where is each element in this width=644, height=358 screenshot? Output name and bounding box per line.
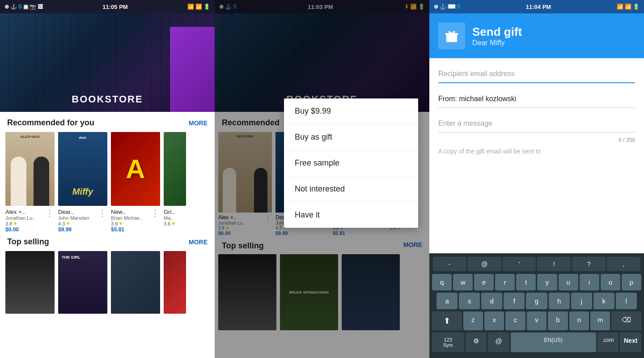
key-k[interactable]: k <box>593 293 614 309</box>
key-e[interactable]: e <box>474 274 494 290</box>
recommended-section-header-left: Recommended for you MORE <box>0 112 215 132</box>
bottom-book-1-left[interactable] <box>5 251 55 314</box>
gift-icon <box>443 27 461 45</box>
dropdown-item-not-interested[interactable]: Not interested <box>284 176 418 202</box>
key-b[interactable]: b <box>548 311 568 330</box>
key-d[interactable]: d <box>481 293 502 309</box>
send-gift-header: Send gift Dear Miffy <box>429 13 644 58</box>
dropdown-item-free-sample[interactable]: Free sample <box>284 150 418 176</box>
status-time-left: 11:05 PM <box>43 4 187 10</box>
left-panel: ⊕ ⚓ S ▣ 📷 🖼 11:05 PM 📶 📶 🔋 BOOKSTORE Rec… <box>0 0 215 358</box>
key-c[interactable]: c <box>505 311 525 330</box>
key-v[interactable]: v <box>527 311 547 330</box>
key-apostrophe[interactable]: ' <box>503 257 536 271</box>
book-menu-miffy-left[interactable]: ⋮ <box>97 209 107 218</box>
key-settings[interactable]: ⚙ <box>466 332 487 352</box>
book-cover-alex-left: ALEX+ADA <box>5 132 55 206</box>
recommended-more-left[interactable]: MORE <box>189 119 208 127</box>
key-question[interactable]: ? <box>572 257 606 271</box>
from-value: From: michael kozlowski <box>438 92 635 106</box>
send-gift-subtitle: Dear Miffy <box>472 39 522 47</box>
book-menu-alex-left[interactable]: ⋮ <box>45 209 55 218</box>
key-y[interactable]: y <box>537 274 557 290</box>
key-r[interactable]: r <box>495 274 515 290</box>
key-t[interactable]: t <box>516 274 536 290</box>
message-placeholder: Enter a message <box>438 117 635 130</box>
key-m[interactable]: m <box>590 311 610 330</box>
book-item-partial-left[interactable]: Gri.. Ma.. 3.6★ <box>164 132 186 233</box>
key-h[interactable]: h <box>549 293 570 309</box>
screenshot-icon: 📷 <box>30 4 36 10</box>
book-price-alex-left: $0.00 <box>5 226 45 233</box>
wifi-icon-right: 📶 <box>617 4 623 10</box>
gift-form: Recipient email address From: michael ko… <box>429 58 644 253</box>
key-at-bottom[interactable]: @ <box>488 332 509 352</box>
key-language[interactable]: EN(US) <box>511 332 596 352</box>
book-author-avengers-left: Brian Michae.. <box>111 215 149 221</box>
book-item-alex-left[interactable]: ALEX+ADA Alex +.. Jonathan Lu.. 3.8★ $0.… <box>5 132 55 233</box>
book-item-miffy-left[interactable]: Miffy dear Dear.. John Marsden 4.3★ $9.9… <box>58 132 107 233</box>
bottom-book-2-left[interactable]: THE GIRL <box>58 251 107 314</box>
keyboard-icon-right: ⌨ <box>448 4 455 10</box>
key-u[interactable]: u <box>559 274 578 290</box>
top-selling-title-left: Top selling <box>7 237 49 247</box>
key-x[interactable]: x <box>484 311 504 330</box>
usb-icon-right: ⚓ <box>440 4 446 10</box>
right-panel: ⊕ ⚓ ⌨ S 11:04 PM 📶 📶 🔋 Send gift Dear Mi… <box>429 0 644 358</box>
key-exclaim[interactable]: ! <box>537 257 571 271</box>
key-q[interactable]: q <box>432 274 452 290</box>
char-count: 0 / 200 <box>438 137 635 143</box>
book-rating-partial-left: 3.6★ <box>164 221 186 226</box>
add-icon-right: ⊕ <box>434 4 438 10</box>
wifi-icon: 📶 <box>187 4 194 10</box>
recipient-email-field[interactable]: Recipient email address <box>438 67 635 83</box>
bottom-books-left: THE GIRL <box>0 251 215 314</box>
top-selling-more-left[interactable]: MORE <box>189 239 208 246</box>
key-w[interactable]: w <box>453 274 473 290</box>
dropdown-item-buy-gift[interactable]: Buy as gift <box>284 124 418 150</box>
right-status-icons-right: 📶 📶 🔋 <box>617 4 640 10</box>
add-icon: ⊕ <box>4 4 9 10</box>
key-n[interactable]: n <box>569 311 589 330</box>
key-g[interactable]: g <box>526 293 547 309</box>
dropdown-item-have-it[interactable]: Have it <box>284 202 418 228</box>
book-meta-avengers-left: New.. Brian Michae.. 3.9★ $5.81 ⋮ <box>111 209 160 233</box>
key-next[interactable]: Next <box>620 332 641 352</box>
key-shift[interactable]: ⬆ <box>432 311 462 330</box>
gift-icon-box <box>438 22 465 49</box>
skype-icon-right: S <box>457 4 460 10</box>
message-field[interactable]: Enter a message <box>438 117 635 132</box>
key-o[interactable]: o <box>601 274 620 290</box>
dropdown-item-buy-price[interactable]: Buy $9.99 <box>284 98 418 124</box>
recipient-email-placeholder: Recipient email address <box>438 67 635 81</box>
book-item-avengers-left[interactable]: A New.. Brian Michae.. 3.9★ $5.81 ⋮ <box>111 132 160 233</box>
key-s[interactable]: s <box>459 293 480 309</box>
recommended-title-left: Recommended for you <box>7 118 94 128</box>
key-dotcom[interactable]: .com <box>597 332 619 352</box>
key-f[interactable]: f <box>504 293 525 309</box>
key-z[interactable]: z <box>463 311 483 330</box>
key-at-special[interactable]: @ <box>468 257 501 271</box>
top-selling-header-left: Top selling MORE <box>0 233 215 251</box>
image-icon: 🖼 <box>38 4 43 10</box>
book-menu-avengers-left[interactable]: ⋮ <box>150 209 160 218</box>
key-i[interactable]: i <box>580 274 599 290</box>
key-comma[interactable]: , <box>607 257 640 271</box>
book-cover-miffy-left: Miffy dear <box>58 132 107 206</box>
key-a[interactable]: a <box>436 293 458 309</box>
skype-icon: S <box>18 4 22 10</box>
bookstore-title-left: BOOKSTORE <box>7 94 208 105</box>
key-delete[interactable]: ⌫ <box>611 311 641 330</box>
status-icons-left: ⊕ ⚓ S ▣ 📷 🖼 <box>4 4 43 10</box>
book-price-avengers-left: $5.81 <box>111 226 150 233</box>
book-cover-avengers-left: A <box>111 132 160 206</box>
middle-panel: ⊕ ⚓ S 11:03 PM ⬇ 📶 🔋 BOOKSTORE Recommend… <box>215 0 429 358</box>
bottom-book-4-left[interactable] <box>164 251 186 314</box>
bottom-book-3-left[interactable] <box>111 251 160 314</box>
key-j[interactable]: j <box>571 293 592 309</box>
key-123-sym[interactable]: 123Sym <box>432 332 464 352</box>
keyboard-special-row: - @ ' ! ? , <box>431 257 642 271</box>
key-p[interactable]: p <box>622 274 641 290</box>
key-dash[interactable]: - <box>433 257 466 271</box>
key-l[interactable]: l <box>616 293 637 309</box>
